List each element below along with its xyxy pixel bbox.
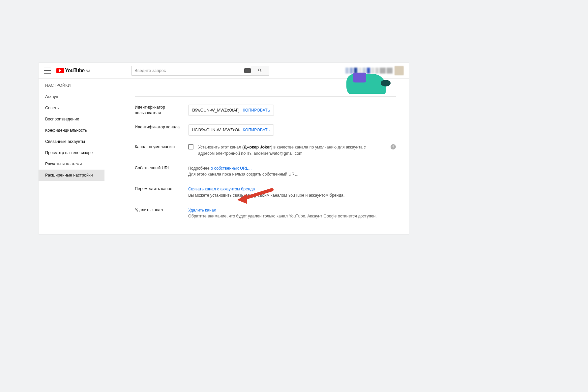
divider [135,96,396,97]
sidebar-item-label: Советы [45,106,60,110]
sidebar-item-tv[interactable]: Просмотр на телевизоре [39,147,104,158]
menu-icon[interactable] [44,68,51,74]
channel-name: Джокер Joker [244,145,271,149]
custom-url-learn-more-link[interactable]: о собственных URL... [211,166,251,171]
label-custom-url: Собственный URL [135,165,188,171]
default-channel-text: Установить этот канал (Джокер Joker) в к… [198,144,388,157]
label-channel-id: Идентификатор канала [135,124,188,130]
sidebar-item-label: Связанные аккаунты [45,139,85,144]
sidebar-item-label: Расчеты и платежи [45,162,82,166]
account-email: andersenwato@gmail.com [254,151,303,156]
user-id-box: l39wOUN-W_MWZxOfAFjbRw КОПИРОВАТЬ [188,105,274,116]
row-move-channel: Переместить канал Связать канал с аккаун… [135,186,396,199]
label-user-id: Идентификатор пользователя [135,105,188,116]
label-delete-channel: Удалить канал [135,207,188,213]
sidebar-item-privacy[interactable]: Конфиденциальность [39,125,104,136]
row-custom-url: Собственный URL Подробнее о собственных … [135,165,396,178]
delete-channel-note: Обратите внимание, что будет удален толь… [188,213,396,219]
label-default-channel: Канал по умолчанию [135,144,188,150]
user-id-value: l39wOUN-W_MWZxOfAFjbRw [192,107,240,114]
sidebar-item-tips[interactable]: Советы [39,102,104,114]
sidebar-item-label: Расширенные настройки [45,173,93,178]
help-icon[interactable]: ? [391,144,396,149]
custom-url-note: Для этого канала пока нельзя создать соб… [188,171,396,178]
row-default-channel: Канал по умолчанию Установить этот канал… [135,144,396,157]
row-channel-id: Идентификатор канала UCl39wOUN-W_MWZxOfA… [135,124,396,136]
label-move-channel: Переместить канал [135,186,188,192]
sidebar-item-billing[interactable]: Расчеты и платежи [39,158,104,170]
channel-id-box: UCl39wOUN-W_MWZxOfAFjb КОПИРОВАТЬ [188,124,274,136]
sidebar-item-account[interactable]: Аккаунт [39,91,104,102]
channel-id-value: UCl39wOUN-W_MWZxOfAFjb [192,127,240,133]
sidebar: НАСТРОЙКИ Аккаунт Советы Воспроизведение… [39,79,104,181]
keyboard-icon[interactable] [244,68,251,73]
copy-user-id-button[interactable]: КОПИРОВАТЬ [243,107,270,113]
sidebar-title: НАСТРОЙКИ [39,79,104,91]
youtube-logo[interactable]: YouTube RU [56,68,90,74]
default-channel-checkbox[interactable] [188,144,193,149]
link-brand-account[interactable]: Связать канал с аккаунтом бренда [188,187,255,191]
youtube-settings-window: YouTube RU НАСТРОЙКИ Аккаунт Советы Восп… [39,63,409,234]
row-user-id: Идентификатор пользователя l39wOUN-W_MWZ… [135,105,396,116]
logo-text: YouTube [65,68,84,74]
copy-channel-id-button[interactable]: КОПИРОВАТЬ [243,127,270,133]
sidebar-item-playback[interactable]: Воспроизведение [39,114,104,125]
sidebar-item-label: Конфиденциальность [45,128,87,133]
sidebar-item-label: Просмотр на телевизоре [45,150,93,155]
logo-region: RU [86,69,90,72]
search-form [132,66,269,76]
hero-illustration [333,71,399,94]
sidebar-item-label: Аккаунт [45,94,60,99]
play-icon [56,68,64,73]
row-delete-channel: Удалить канал Удалить канал Обратите вни… [135,207,396,220]
sidebar-item-linked-accounts[interactable]: Связанные аккаунты [39,136,104,147]
sidebar-item-label: Воспроизведение [45,117,79,121]
delete-channel-link[interactable]: Удалить канал [188,208,216,212]
search-button[interactable] [251,66,269,76]
content: Идентификатор пользователя l39wOUN-W_MWZ… [135,79,396,234]
sidebar-item-advanced[interactable]: Расширенные настройки [39,170,104,181]
search-input[interactable] [132,66,253,76]
search-icon [257,68,262,73]
move-channel-note: Вы можете установить связь между своим к… [188,192,396,199]
